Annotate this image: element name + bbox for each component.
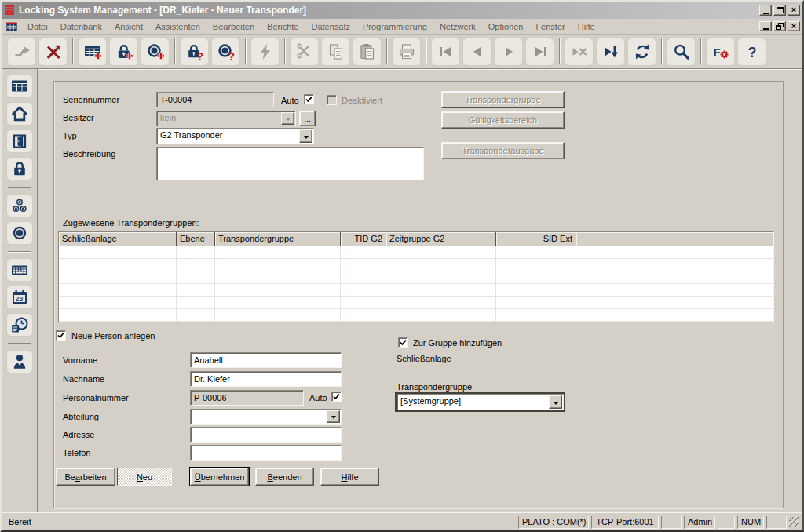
- column-header-transpondergruppe[interactable]: Transpondergruppe: [215, 232, 341, 246]
- menu-item-datensatz[interactable]: Datensatz: [305, 20, 356, 33]
- menu-item-bearbeiten[interactable]: Bearbeiten: [206, 20, 261, 33]
- menu-item-hilfe[interactable]: Hilfe: [572, 20, 601, 33]
- new-lock-button[interactable]: [109, 38, 138, 66]
- transpondergruppe-button-label: Transpondergruppe: [465, 95, 540, 104]
- gueltigkeitsbereich-button-label: Gültigkeitsbereich: [469, 115, 537, 125]
- maximize-icon: [777, 7, 784, 13]
- filter-settings-button[interactable]: F: [706, 38, 735, 66]
- sidebar-item-transponder-group[interactable]: [6, 194, 33, 217]
- maximize-button[interactable]: [773, 5, 786, 16]
- dropdown-arrow-button[interactable]: [327, 410, 340, 423]
- menu-item-ansicht[interactable]: Ansicht: [108, 20, 149, 33]
- child-restore-button[interactable]: [773, 21, 786, 31]
- neue-person-label: Neue Person anlegen: [71, 331, 155, 341]
- menu-item-assistenten[interactable]: Assistenten: [149, 20, 206, 33]
- goto-record-button[interactable]: [596, 38, 625, 66]
- hilfe-button-label: Hilfe: [341, 472, 358, 482]
- door-icon: [10, 132, 29, 151]
- table-row[interactable]: [59, 271, 773, 284]
- dropdown-arrow-button[interactable]: [299, 129, 312, 143]
- search-button[interactable]: [667, 38, 696, 66]
- minimize-icon: [763, 28, 769, 30]
- beenden-button[interactable]: Beenden: [255, 468, 314, 486]
- menu-item-netzwerk[interactable]: Netzwerk: [433, 20, 482, 33]
- sidebar-item-transponder[interactable]: [6, 221, 33, 245]
- sidebar-item-calendar[interactable]: 23: [6, 286, 33, 309]
- status-ready-text: Bereit: [5, 517, 516, 527]
- table-row[interactable]: [59, 284, 773, 297]
- column-header-zeitgruppe-g2[interactable]: Zeitgruppe G2: [386, 232, 496, 246]
- new-transponder-button[interactable]: [141, 38, 170, 66]
- sidebar-item-matrix[interactable]: [6, 258, 33, 282]
- adresse-field[interactable]: [190, 427, 342, 443]
- chevron-down-icon: [286, 118, 291, 123]
- help-button[interactable]: ?: [737, 38, 766, 66]
- paste-button: [353, 38, 382, 66]
- mdi-system-menu[interactable]: [5, 21, 18, 32]
- column-header-ebene[interactable]: Ebene: [177, 232, 215, 246]
- status-cell-empty: [766, 516, 787, 529]
- menu-item-programmierung[interactable]: Programmierung: [356, 20, 433, 33]
- neue-person-checkbox[interactable]: [56, 330, 66, 341]
- refresh-button[interactable]: [627, 38, 656, 66]
- logout-button[interactable]: [38, 38, 68, 66]
- child-close-button[interactable]: ×: [788, 21, 800, 31]
- table-row[interactable]: [59, 259, 773, 271]
- adresse-label: Adresse: [63, 430, 94, 439]
- status-cell-tcp-port: TCP-Port:6001: [591, 516, 659, 529]
- close-button[interactable]: ×: [788, 5, 800, 16]
- status-cell-empty: [661, 516, 682, 529]
- read-lock-button[interactable]: ?: [180, 38, 209, 66]
- menu-item-datenbank[interactable]: Datenbank: [54, 20, 108, 33]
- transpondergruppe-label: Transpondergruppe: [397, 382, 472, 392]
- transpondergruppe-dropdown[interactable]: [Systemgruppe]: [397, 394, 564, 410]
- status-cell-user: Admin: [684, 516, 715, 529]
- zur-gruppe-checkbox[interactable]: [398, 337, 408, 348]
- sidebar-item-time-zone-plan[interactable]: [6, 313, 33, 337]
- column-header-schliessanlage[interactable]: Schließanlage: [59, 232, 177, 246]
- column-header-tid-g2[interactable]: TID G2: [341, 232, 386, 246]
- sidebar-item-lock[interactable]: [6, 157, 33, 180]
- column-header-sid-ext[interactable]: SID Ext: [496, 232, 576, 246]
- minimize-button[interactable]: [759, 5, 772, 16]
- check-icon: [400, 339, 407, 346]
- hilfe-button[interactable]: Hilfe: [320, 468, 379, 486]
- uebernehmen-button[interactable]: Übernehmen: [190, 468, 249, 486]
- table-row[interactable]: [59, 309, 773, 322]
- sidebar-item-locking-system[interactable]: [6, 75, 33, 98]
- telefon-label: Telefon: [63, 448, 90, 457]
- previous-record-button: [462, 38, 492, 66]
- vorname-field[interactable]: [190, 352, 342, 368]
- typ-value: G2 Transponder: [157, 129, 298, 144]
- personalnummer-auto-checkbox[interactable]: [331, 392, 342, 402]
- cancel-navigation-icon: [570, 42, 589, 61]
- beschreibung-field[interactable]: [156, 147, 424, 180]
- neu-button[interactable]: Neu: [117, 468, 172, 486]
- nachname-field[interactable]: [190, 371, 342, 387]
- menu-item-datei[interactable]: Datei: [21, 20, 54, 33]
- telefon-field[interactable]: [190, 445, 342, 461]
- bearbeiten-button[interactable]: Bearbeiten: [56, 468, 115, 486]
- sidebar-item-person[interactable]: [6, 350, 33, 373]
- auto-checkbox[interactable]: [304, 94, 314, 104]
- table-row[interactable]: [59, 246, 773, 259]
- restore-icon: [776, 23, 784, 30]
- menu-item-berichte[interactable]: Berichte: [261, 20, 305, 33]
- child-minimize-button[interactable]: [759, 21, 772, 31]
- new-locking-system-button[interactable]: [78, 38, 107, 66]
- typ-dropdown[interactable]: G2 Transponder: [156, 128, 314, 144]
- read-transponder-button[interactable]: ?: [211, 38, 240, 66]
- resize-grip[interactable]: [789, 517, 799, 527]
- menu-item-fenster[interactable]: Fenster: [529, 20, 571, 33]
- abteilung-dropdown[interactable]: [190, 409, 342, 425]
- transpondergruppen-table: Schließanlage Ebene Transpondergruppe TI…: [58, 231, 774, 322]
- besitzer-browse-button[interactable]: ...: [299, 111, 316, 126]
- dropdown-arrow-button[interactable]: [549, 395, 562, 409]
- table-row[interactable]: [59, 297, 773, 309]
- sidebar-item-building[interactable]: [6, 102, 33, 126]
- lock-icon: [10, 159, 29, 178]
- close-icon: ×: [791, 5, 796, 14]
- sidebar-item-door[interactable]: [6, 129, 33, 153]
- menu-item-optionen[interactable]: Optionen: [482, 20, 530, 33]
- new-transponder-icon: [146, 42, 165, 61]
